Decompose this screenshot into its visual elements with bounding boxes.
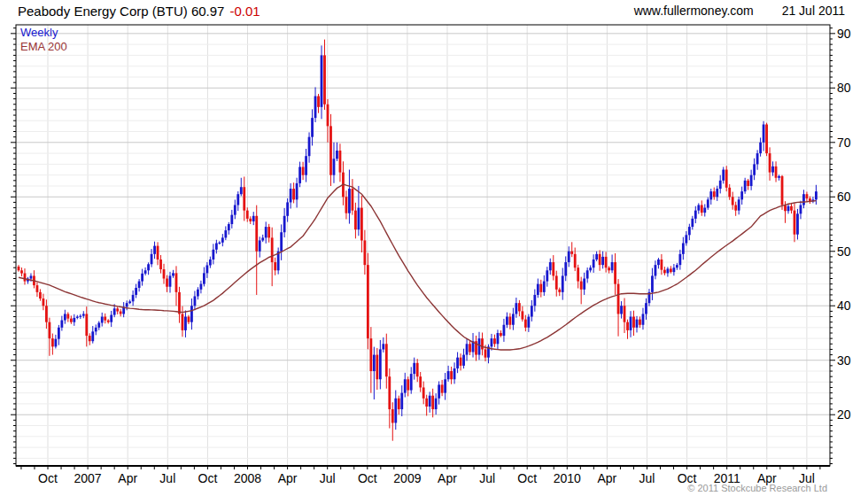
svg-text:Apr: Apr [278,471,298,485]
svg-text:40: 40 [837,298,851,313]
chart-canvas: 9080706050403020Oct2007AprJulOct2008AprJ… [0,0,868,496]
chart-legend: Weekly EMA 200 [20,26,67,54]
svg-text:20: 20 [837,407,851,422]
svg-text:50: 50 [837,244,851,259]
svg-text:Apr: Apr [598,471,617,485]
svg-text:80: 80 [837,81,851,95]
svg-text:2010: 2010 [554,471,581,485]
svg-text:2008: 2008 [234,471,261,485]
svg-text:2009: 2009 [393,471,421,485]
svg-text:2007: 2007 [74,471,102,485]
svg-text:Jul: Jul [639,471,655,485]
chart-header-right: www.fullermoney.com 21 Jul 2011 [634,4,845,18]
svg-text:60: 60 [837,190,851,204]
svg-text:Oct: Oct [198,471,218,485]
stock-chart-page: 9080706050403020Oct2007AprJulOct2008AprJ… [0,0,868,496]
svg-text:Apr: Apr [118,471,137,485]
svg-text:Oct: Oct [38,471,58,485]
svg-text:Jul: Jul [479,471,495,485]
svg-text:Oct: Oct [358,471,377,485]
chart-title: Peabody Energy Corp (BTU) 60.97 [18,4,224,19]
legend-ema-label: EMA 200 [20,40,67,54]
svg-text:90: 90 [837,27,851,41]
svg-text:Jul: Jul [159,471,175,485]
site-link[interactable]: www.fullermoney.com [634,4,754,18]
svg-text:30: 30 [837,353,851,368]
chart-title-row: Peabody Energy Corp (BTU) 60.97-0.01 [18,4,260,19]
svg-text:Oct: Oct [517,471,537,485]
svg-text:70: 70 [837,136,851,150]
chart-date: 21 Jul 2011 [782,4,845,18]
copyright-note: © 2011 Stockcube Research Ltd [687,483,827,493]
svg-text:Apr: Apr [438,471,457,485]
price-change: -0.01 [229,4,260,19]
svg-text:Jul: Jul [320,471,336,485]
legend-weekly-label: Weekly [20,26,67,40]
